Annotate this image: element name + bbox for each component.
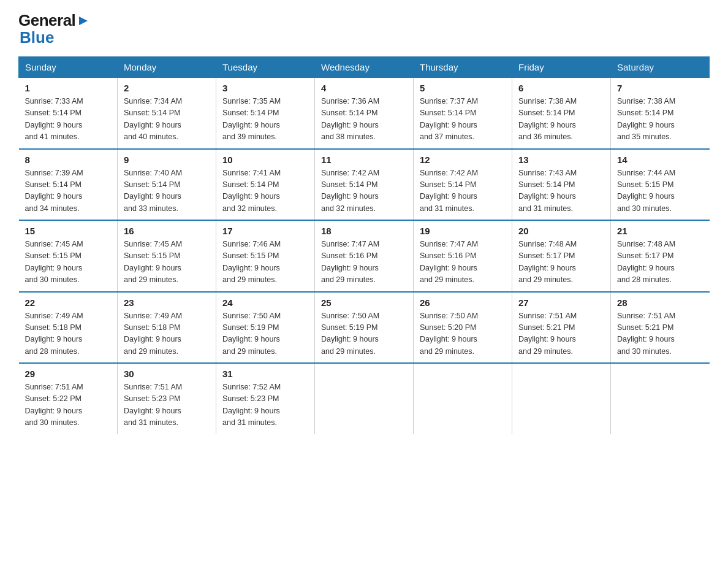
calendar-cell: 3 Sunrise: 7:35 AMSunset: 5:14 PMDayligh…	[216, 78, 315, 149]
day-number: 31	[222, 369, 308, 379]
page-header: General Blue	[18, 12, 710, 45]
day-number: 27	[518, 297, 604, 308]
calendar-week-row: 22 Sunrise: 7:49 AMSunset: 5:18 PMDaylig…	[19, 292, 710, 364]
day-number: 23	[124, 297, 210, 308]
calendar-cell: 20 Sunrise: 7:48 AMSunset: 5:17 PMDaylig…	[512, 220, 611, 292]
day-info: Sunrise: 7:47 AMSunset: 5:16 PMDaylight:…	[321, 240, 379, 284]
logo-arrow-icon	[77, 14, 90, 28]
day-number: 21	[617, 226, 703, 236]
calendar-cell: 7 Sunrise: 7:38 AMSunset: 5:14 PMDayligh…	[611, 78, 710, 149]
header-monday: Monday	[118, 57, 216, 78]
header-saturday: Saturday	[611, 57, 710, 78]
day-number: 20	[518, 226, 604, 236]
calendar-cell: 19 Sunrise: 7:47 AMSunset: 5:16 PMDaylig…	[414, 220, 512, 292]
day-number: 17	[222, 226, 308, 236]
day-info: Sunrise: 7:51 AMSunset: 5:21 PMDaylight:…	[518, 312, 577, 356]
day-number: 7	[617, 83, 703, 93]
calendar-header-row: SundayMondayTuesdayWednesdayThursdayFrid…	[19, 57, 710, 78]
calendar-cell: 30 Sunrise: 7:51 AMSunset: 5:23 PMDaylig…	[118, 363, 216, 434]
calendar-week-row: 8 Sunrise: 7:39 AMSunset: 5:14 PMDayligh…	[19, 149, 710, 221]
day-info: Sunrise: 7:52 AMSunset: 5:23 PMDaylight:…	[222, 383, 281, 427]
day-number: 1	[25, 83, 112, 93]
calendar-cell: 10 Sunrise: 7:41 AMSunset: 5:14 PMDaylig…	[216, 149, 315, 221]
calendar-cell	[512, 363, 611, 434]
calendar-cell: 29 Sunrise: 7:51 AMSunset: 5:22 PMDaylig…	[19, 363, 118, 434]
day-info: Sunrise: 7:42 AMSunset: 5:14 PMDaylight:…	[420, 169, 478, 213]
calendar-cell: 23 Sunrise: 7:49 AMSunset: 5:18 PMDaylig…	[118, 292, 216, 364]
day-info: Sunrise: 7:41 AMSunset: 5:14 PMDaylight:…	[222, 169, 281, 213]
calendar-cell: 24 Sunrise: 7:50 AMSunset: 5:19 PMDaylig…	[216, 292, 315, 364]
day-number: 24	[222, 297, 308, 308]
header-thursday: Thursday	[414, 57, 512, 78]
day-number: 9	[124, 155, 210, 165]
day-number: 25	[321, 297, 407, 308]
day-info: Sunrise: 7:49 AMSunset: 5:18 PMDaylight:…	[124, 312, 182, 356]
day-info: Sunrise: 7:42 AMSunset: 5:14 PMDaylight:…	[321, 169, 379, 213]
day-number: 18	[321, 226, 407, 236]
calendar-cell: 21 Sunrise: 7:48 AMSunset: 5:17 PMDaylig…	[611, 220, 710, 292]
calendar-week-row: 15 Sunrise: 7:45 AMSunset: 5:15 PMDaylig…	[19, 220, 710, 292]
header-wednesday: Wednesday	[315, 57, 414, 78]
day-number: 13	[518, 155, 604, 165]
day-info: Sunrise: 7:48 AMSunset: 5:17 PMDaylight:…	[617, 240, 675, 284]
day-number: 16	[124, 226, 210, 236]
day-number: 10	[222, 155, 308, 165]
day-number: 30	[124, 369, 210, 379]
calendar-cell: 16 Sunrise: 7:45 AMSunset: 5:15 PMDaylig…	[118, 220, 216, 292]
calendar-cell: 2 Sunrise: 7:34 AMSunset: 5:14 PMDayligh…	[118, 78, 216, 149]
svg-marker-0	[79, 17, 88, 25]
calendar-cell: 8 Sunrise: 7:39 AMSunset: 5:14 PMDayligh…	[19, 149, 118, 221]
day-number: 12	[420, 155, 506, 165]
calendar-cell: 15 Sunrise: 7:45 AMSunset: 5:15 PMDaylig…	[19, 220, 118, 292]
day-info: Sunrise: 7:36 AMSunset: 5:14 PMDaylight:…	[321, 97, 379, 141]
day-info: Sunrise: 7:34 AMSunset: 5:14 PMDaylight:…	[124, 97, 182, 141]
day-number: 11	[321, 155, 407, 165]
day-info: Sunrise: 7:51 AMSunset: 5:22 PMDaylight:…	[25, 383, 83, 427]
calendar-cell: 14 Sunrise: 7:44 AMSunset: 5:15 PMDaylig…	[611, 149, 710, 221]
day-number: 3	[222, 83, 308, 93]
calendar-cell: 1 Sunrise: 7:33 AMSunset: 5:14 PMDayligh…	[19, 78, 118, 149]
calendar-cell: 4 Sunrise: 7:36 AMSunset: 5:14 PMDayligh…	[315, 78, 414, 149]
day-info: Sunrise: 7:51 AMSunset: 5:21 PMDaylight:…	[617, 312, 675, 356]
day-info: Sunrise: 7:35 AMSunset: 5:14 PMDaylight:…	[222, 97, 281, 141]
logo-general-text: General	[18, 12, 75, 28]
day-info: Sunrise: 7:45 AMSunset: 5:15 PMDaylight:…	[124, 240, 182, 284]
day-number: 29	[25, 369, 112, 379]
calendar-cell: 17 Sunrise: 7:46 AMSunset: 5:15 PMDaylig…	[216, 220, 315, 292]
calendar-cell: 11 Sunrise: 7:42 AMSunset: 5:14 PMDaylig…	[315, 149, 414, 221]
day-number: 15	[25, 226, 112, 236]
day-info: Sunrise: 7:44 AMSunset: 5:15 PMDaylight:…	[617, 169, 675, 213]
calendar-cell: 18 Sunrise: 7:47 AMSunset: 5:16 PMDaylig…	[315, 220, 414, 292]
calendar-cell	[315, 363, 414, 434]
day-info: Sunrise: 7:51 AMSunset: 5:23 PMDaylight:…	[124, 383, 182, 427]
day-number: 28	[617, 297, 703, 308]
day-info: Sunrise: 7:45 AMSunset: 5:15 PMDaylight:…	[25, 240, 83, 284]
calendar-table: SundayMondayTuesdayWednesdayThursdayFrid…	[18, 56, 710, 434]
day-info: Sunrise: 7:37 AMSunset: 5:14 PMDaylight:…	[420, 97, 478, 141]
day-info: Sunrise: 7:49 AMSunset: 5:18 PMDaylight:…	[25, 312, 83, 356]
day-info: Sunrise: 7:50 AMSunset: 5:19 PMDaylight:…	[321, 312, 379, 356]
calendar-cell: 22 Sunrise: 7:49 AMSunset: 5:18 PMDaylig…	[19, 292, 118, 364]
calendar-cell: 13 Sunrise: 7:43 AMSunset: 5:14 PMDaylig…	[512, 149, 611, 221]
day-number: 14	[617, 155, 703, 165]
day-number: 6	[518, 83, 604, 93]
calendar-cell: 28 Sunrise: 7:51 AMSunset: 5:21 PMDaylig…	[611, 292, 710, 364]
calendar-week-row: 29 Sunrise: 7:51 AMSunset: 5:22 PMDaylig…	[19, 363, 710, 434]
logo: General Blue	[18, 12, 90, 45]
calendar-cell	[414, 363, 512, 434]
calendar-week-row: 1 Sunrise: 7:33 AMSunset: 5:14 PMDayligh…	[19, 78, 710, 149]
day-number: 26	[420, 297, 506, 308]
day-number: 2	[124, 83, 210, 93]
day-number: 4	[321, 83, 407, 93]
day-number: 19	[420, 226, 506, 236]
header-friday: Friday	[512, 57, 611, 78]
day-info: Sunrise: 7:48 AMSunset: 5:17 PMDaylight:…	[518, 240, 577, 284]
calendar-cell: 5 Sunrise: 7:37 AMSunset: 5:14 PMDayligh…	[414, 78, 512, 149]
day-info: Sunrise: 7:38 AMSunset: 5:14 PMDaylight:…	[617, 97, 675, 141]
calendar-cell: 31 Sunrise: 7:52 AMSunset: 5:23 PMDaylig…	[216, 363, 315, 434]
day-info: Sunrise: 7:38 AMSunset: 5:14 PMDaylight:…	[518, 97, 577, 141]
day-info: Sunrise: 7:39 AMSunset: 5:14 PMDaylight:…	[25, 169, 83, 213]
calendar-cell: 27 Sunrise: 7:51 AMSunset: 5:21 PMDaylig…	[512, 292, 611, 364]
calendar-cell: 12 Sunrise: 7:42 AMSunset: 5:14 PMDaylig…	[414, 149, 512, 221]
calendar-cell: 9 Sunrise: 7:40 AMSunset: 5:14 PMDayligh…	[118, 149, 216, 221]
